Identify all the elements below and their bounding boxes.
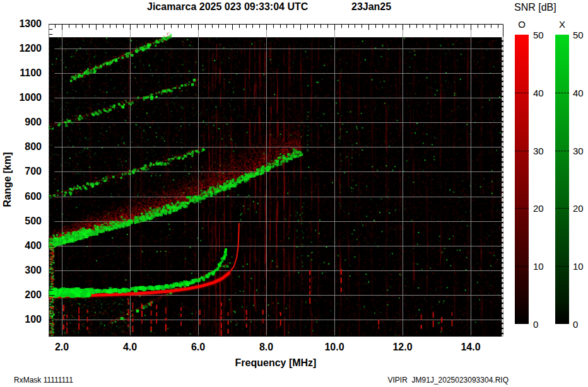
colorbar-dash-tick [515, 151, 529, 151]
x-axis-label: Frequency [MHz] [235, 357, 317, 369]
colorbar-tick-o-30: 30 [533, 146, 555, 156]
y-tick-label: 500 [9, 216, 42, 226]
rxmask-text: RxMask 11111111 [14, 376, 73, 384]
page-title: Jicamarca 2025 023 09:33:04 UTC [147, 1, 308, 13]
y-tick-label: 300 [9, 265, 42, 275]
x-tick-label: 8.0 [247, 342, 285, 352]
o-mode-colorbar [515, 35, 529, 324]
y-tick-label: 1100 [9, 68, 42, 78]
colorbar-tick-o-40: 40 [533, 88, 555, 98]
colorbar-dash-tick [515, 208, 529, 209]
ionogram-plot-canvas [49, 24, 503, 337]
x-tick-label: 14.0 [452, 342, 490, 352]
y-tick-label: 700 [9, 166, 42, 176]
y-tick-label: 1300 [9, 19, 42, 29]
colorbar-tick-x-30: 30 [573, 146, 588, 156]
y-tick-label: 1000 [9, 93, 42, 103]
x-mode-colorbar [555, 35, 569, 324]
colorbar-tick-o-10: 10 [533, 262, 555, 271]
title-date: 23Jan25 [351, 1, 391, 13]
x-mode-label: X [555, 20, 569, 30]
colorbar-tick-x-10: 10 [573, 262, 588, 271]
y-tick-label: 200 [9, 290, 42, 300]
y-tick-label: 1200 [9, 43, 42, 54]
colorbar-dash-tick [515, 93, 529, 93]
colorbar-title: SNR [dB] [514, 2, 556, 13]
o-mode-label: O [515, 20, 529, 30]
colorbar-tick-x-50: 50 [573, 30, 588, 40]
y-tick-label: 900 [9, 117, 42, 127]
y-tick-label: 600 [9, 192, 42, 202]
x-tick-label: 10.0 [315, 342, 353, 352]
x-tick-label: 12.0 [384, 342, 421, 352]
colorbar-tick-o-50: 50 [533, 30, 555, 40]
colorbar-tick-o-20: 20 [533, 204, 555, 213]
y-tick-label: 800 [9, 142, 42, 152]
colorbar-dash-tick [555, 151, 569, 151]
colorbar-dash-tick [555, 266, 569, 267]
y-tick-label: 400 [9, 241, 42, 251]
colorbar-dash-tick [555, 208, 569, 209]
y-tick-label: 100 [9, 315, 42, 325]
colorbar-tick-x-0: 0 [573, 320, 588, 329]
colorbar-dash-tick [515, 266, 529, 267]
data-file-text: VIPIR JM91J_2025023093304.RIQ [388, 376, 509, 384]
colorbar-tick-x-20: 20 [573, 204, 588, 213]
ionogram-figure: Jicamarca 2025 023 09:33:04 UTC 23Jan25 … [0, 0, 588, 387]
x-tick-label: 4.0 [111, 342, 149, 352]
colorbar-tick-o-0: 0 [533, 320, 555, 329]
x-tick-label: 6.0 [179, 342, 217, 352]
x-tick-label: 2.0 [43, 342, 81, 352]
colorbar-tick-x-40: 40 [573, 88, 588, 98]
colorbar-dash-tick [555, 93, 569, 93]
